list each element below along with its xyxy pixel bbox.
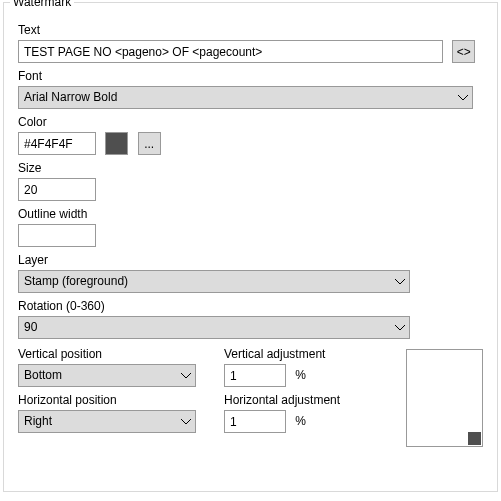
watermark-group: Watermark Text <> Font Arial Narrow Bold… — [3, 2, 498, 492]
outline-width-label: Outline width — [18, 207, 483, 221]
color-input[interactable] — [18, 132, 96, 155]
text-label: Text — [18, 23, 483, 37]
text-input[interactable] — [18, 40, 443, 63]
chevron-down-icon — [181, 419, 191, 425]
horizontal-adjustment-input[interactable] — [224, 410, 286, 433]
outline-width-input[interactable] — [18, 224, 96, 247]
chevron-down-icon — [395, 325, 405, 331]
layer-label: Layer — [18, 253, 483, 267]
rotation-value: 90 — [24, 317, 389, 338]
insert-placeholder-button[interactable]: <> — [452, 40, 475, 63]
vertical-position-label: Vertical position — [18, 347, 210, 361]
chevron-down-icon — [395, 279, 405, 285]
font-select[interactable]: Arial Narrow Bold — [18, 86, 473, 109]
rotation-label: Rotation (0-360) — [18, 299, 483, 313]
color-picker-button[interactable]: ... — [138, 132, 161, 155]
watermark-preview-marker — [468, 432, 481, 445]
vertical-position-select[interactable]: Bottom — [18, 364, 196, 387]
ellipsis-icon: ... — [144, 137, 154, 151]
horizontal-position-value: Right — [24, 411, 175, 432]
horizontal-position-select[interactable]: Right — [18, 410, 196, 433]
horizontal-adjustment-unit: % — [295, 414, 306, 428]
size-input[interactable] — [18, 178, 96, 201]
group-title: Watermark — [10, 0, 74, 9]
vertical-adjustment-label: Vertical adjustment — [224, 347, 374, 361]
vertical-adjustment-input[interactable] — [224, 364, 286, 387]
rotation-select[interactable]: 90 — [18, 316, 410, 339]
color-swatch[interactable] — [105, 132, 128, 155]
horizontal-position-label: Horizontal position — [18, 393, 210, 407]
font-label: Font — [18, 69, 483, 83]
vertical-adjustment-unit: % — [295, 368, 306, 382]
position-preview — [406, 349, 483, 447]
font-value: Arial Narrow Bold — [24, 87, 452, 108]
layer-select[interactable]: Stamp (foreground) — [18, 270, 410, 293]
size-label: Size — [18, 161, 483, 175]
code-icon: <> — [457, 45, 471, 59]
chevron-down-icon — [181, 373, 191, 379]
vertical-position-value: Bottom — [24, 365, 175, 386]
horizontal-adjustment-label: Horizontal adjustment — [224, 393, 374, 407]
chevron-down-icon — [458, 95, 468, 101]
layer-value: Stamp (foreground) — [24, 271, 389, 292]
color-label: Color — [18, 115, 483, 129]
